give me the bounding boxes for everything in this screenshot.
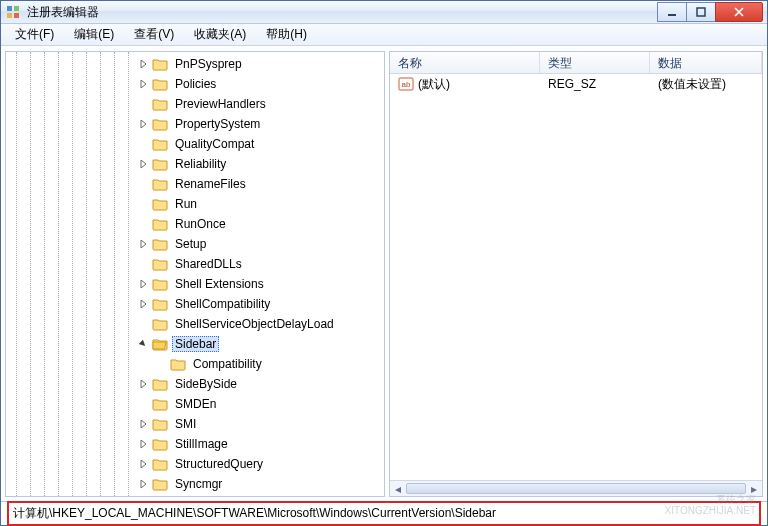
tree-node-label[interactable]: RenameFiles xyxy=(172,176,249,192)
tree-node[interactable]: PreviewHandlers xyxy=(6,94,384,114)
tree-node-label[interactable]: StructuredQuery xyxy=(172,456,266,472)
tree-node[interactable]: Compatibility xyxy=(6,354,384,374)
tree-node-label[interactable]: Shell Extensions xyxy=(172,276,267,292)
svg-rect-0 xyxy=(7,6,12,11)
app-icon xyxy=(5,4,21,20)
folder-icon xyxy=(152,217,168,231)
tree-node-label[interactable]: SideBySide xyxy=(172,376,240,392)
value-type-cell: REG_SZ xyxy=(540,77,650,91)
folder-icon xyxy=(152,417,168,431)
menu-file[interactable]: 文件(F) xyxy=(5,24,64,45)
tree-node[interactable]: Shell Extensions xyxy=(6,274,384,294)
tree-node-label[interactable]: StillImage xyxy=(172,436,231,452)
tree-node[interactable]: RunOnce xyxy=(6,214,384,234)
scroll-left-icon[interactable]: ◂ xyxy=(390,481,406,496)
svg-rect-1 xyxy=(14,6,19,11)
tree-node-label[interactable]: Compatibility xyxy=(190,356,265,372)
tree-node-label[interactable]: RunOnce xyxy=(172,216,229,232)
tree-node-label[interactable]: SMI xyxy=(172,416,199,432)
title-bar[interactable]: 注册表编辑器 xyxy=(1,1,767,24)
folder-icon xyxy=(152,197,168,211)
tree-node[interactable]: StructuredQuery xyxy=(6,454,384,474)
folder-icon xyxy=(152,297,168,311)
expand-icon[interactable] xyxy=(136,377,150,391)
tree-node-label[interactable]: QualityCompat xyxy=(172,136,257,152)
tree-node-label[interactable]: Sidebar xyxy=(172,336,219,352)
folder-icon xyxy=(152,157,168,171)
tree-node-label[interactable]: ShellCompatibility xyxy=(172,296,273,312)
minimize-button[interactable] xyxy=(657,2,687,22)
expand-icon[interactable] xyxy=(136,477,150,491)
tree-node[interactable]: ShellCompatibility xyxy=(6,294,384,314)
tree-node-label[interactable]: PnPSysprep xyxy=(172,56,245,72)
expand-icon[interactable] xyxy=(136,57,150,71)
tree-node-label[interactable]: Run xyxy=(172,196,200,212)
menu-edit[interactable]: 编辑(E) xyxy=(64,24,124,45)
tree-node[interactable]: Syncmgr xyxy=(6,474,384,494)
menu-help[interactable]: 帮助(H) xyxy=(256,24,317,45)
tree-pane[interactable]: PnPSysprepPoliciesPreviewHandlersPropert… xyxy=(5,51,385,497)
menu-view[interactable]: 查看(V) xyxy=(124,24,184,45)
column-data[interactable]: 数据 xyxy=(650,52,762,73)
folder-icon xyxy=(152,317,168,331)
collapse-icon[interactable] xyxy=(136,337,150,351)
tree-node[interactable]: QualityCompat xyxy=(6,134,384,154)
expand-icon[interactable] xyxy=(136,157,150,171)
tree-node-label[interactable]: Setup xyxy=(172,236,209,252)
tree-node[interactable]: Setup xyxy=(6,234,384,254)
tree-node[interactable]: PropertySystem xyxy=(6,114,384,134)
tree-node-label[interactable]: Policies xyxy=(172,76,219,92)
horizontal-scrollbar[interactable]: ◂ ▸ xyxy=(390,480,762,496)
tree-node[interactable]: SharedDLLs xyxy=(6,254,384,274)
tree-node[interactable]: Policies xyxy=(6,74,384,94)
expand-icon[interactable] xyxy=(136,297,150,311)
folder-icon xyxy=(170,357,186,371)
folder-icon xyxy=(152,77,168,91)
folder-icon xyxy=(152,117,168,131)
scrollbar-thumb[interactable] xyxy=(406,483,746,494)
svg-rect-4 xyxy=(668,14,676,16)
expand-icon xyxy=(136,177,150,191)
svg-text:ab: ab xyxy=(402,80,411,89)
tree-node[interactable]: RenameFiles xyxy=(6,174,384,194)
expand-icon[interactable] xyxy=(136,437,150,451)
tree-node-label[interactable]: ShellServiceObjectDelayLoad xyxy=(172,316,337,332)
expand-icon[interactable] xyxy=(136,77,150,91)
tree-node[interactable]: SMDEn xyxy=(6,394,384,414)
tree-node-label[interactable]: SMDEn xyxy=(172,396,219,412)
tree-node[interactable]: SMI xyxy=(6,414,384,434)
value-row[interactable]: ab(默认)REG_SZ(数值未设置) xyxy=(390,74,762,94)
expand-icon xyxy=(136,317,150,331)
tree-node-label[interactable]: SharedDLLs xyxy=(172,256,245,272)
column-type[interactable]: 类型 xyxy=(540,52,650,73)
expand-icon[interactable] xyxy=(136,117,150,131)
expand-icon[interactable] xyxy=(136,417,150,431)
value-name-cell: ab(默认) xyxy=(390,76,540,93)
expand-icon[interactable] xyxy=(136,457,150,471)
scroll-right-icon[interactable]: ▸ xyxy=(746,481,762,496)
tree-node[interactable]: Run xyxy=(6,194,384,214)
tree-node[interactable]: StillImage xyxy=(6,434,384,454)
tree-node-label[interactable]: Reliability xyxy=(172,156,229,172)
value-name: (默认) xyxy=(418,76,450,93)
tree-node[interactable]: ShellServiceObjectDelayLoad xyxy=(6,314,384,334)
close-button[interactable] xyxy=(715,2,763,22)
tree-node-label[interactable]: PreviewHandlers xyxy=(172,96,269,112)
values-list[interactable]: ab(默认)REG_SZ(数值未设置) xyxy=(390,74,762,480)
maximize-button[interactable] xyxy=(686,2,716,22)
status-path: 计算机\HKEY_LOCAL_MACHINE\SOFTWARE\Microsof… xyxy=(7,501,761,526)
string-value-icon: ab xyxy=(398,77,414,91)
expand-icon[interactable] xyxy=(136,277,150,291)
column-headers: 名称 类型 数据 xyxy=(390,52,762,74)
expand-icon[interactable] xyxy=(136,237,150,251)
menu-favorites[interactable]: 收藏夹(A) xyxy=(184,24,256,45)
tree-node[interactable]: PnPSysprep xyxy=(6,54,384,74)
tree-node[interactable]: Sidebar xyxy=(6,334,384,354)
tree-node-label[interactable]: Syncmgr xyxy=(172,476,225,492)
tree-node[interactable]: SideBySide xyxy=(6,374,384,394)
tree-node-label[interactable]: PropertySystem xyxy=(172,116,263,132)
column-name[interactable]: 名称 xyxy=(390,52,540,73)
expand-icon xyxy=(136,257,150,271)
tree-node[interactable]: Reliability xyxy=(6,154,384,174)
folder-icon xyxy=(152,257,168,271)
